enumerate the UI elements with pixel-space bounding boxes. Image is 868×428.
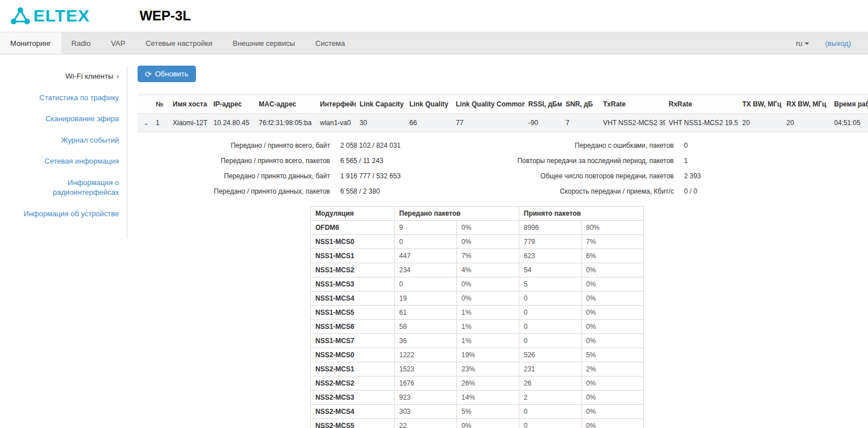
content-area: Wi-Fi клиенты ›Статистика по трафикуСкан… bbox=[0, 54, 868, 428]
column-header: Имя хоста bbox=[169, 95, 210, 114]
modulation-value: 231 bbox=[519, 362, 581, 376]
modulation-name: NSS1-MCS3 bbox=[311, 277, 395, 292]
client-cell: VHT NSS1-MCS2 19.5 bbox=[665, 114, 739, 132]
modulation-table-body: OFDM690%899680%NSS1-MCS000%7797%NSS1-MCS… bbox=[311, 221, 644, 428]
nav-tab-radio[interactable]: Radio bbox=[61, 32, 101, 54]
modulation-value: 0% bbox=[581, 405, 644, 419]
collapse-row-icon[interactable]: ⌄ bbox=[141, 119, 149, 127]
modulation-value: 23% bbox=[457, 362, 519, 376]
stat-label: Повторы передачи за последний период, па… bbox=[426, 157, 674, 165]
modulation-value: 779 bbox=[519, 235, 581, 249]
modulation-row: NSS2-MCS5220%00% bbox=[311, 419, 644, 428]
modulation-value: 0 bbox=[519, 292, 581, 306]
modulation-value: 0% bbox=[457, 419, 519, 428]
modulation-value: 0 bbox=[519, 419, 581, 428]
sidebar-item-event-log[interactable]: Журнал событий bbox=[6, 130, 119, 151]
modulation-row: NSS1-MCS6581%00% bbox=[311, 320, 644, 334]
modulation-value: 0 bbox=[519, 320, 581, 334]
modulation-value: 0 bbox=[395, 277, 457, 292]
nav-tab-monitoring[interactable]: Мониторинг bbox=[0, 32, 61, 54]
client-cell: 20 bbox=[739, 114, 783, 132]
modulation-value: 234 bbox=[395, 263, 457, 277]
modulation-value: 5 bbox=[519, 277, 581, 292]
modulation-value: 0 bbox=[519, 306, 581, 320]
language-selector[interactable]: ru bbox=[796, 39, 810, 48]
modulation-value: 0 bbox=[519, 334, 581, 348]
client-cell: 30 bbox=[356, 114, 406, 132]
nav-tab-external-services[interactable]: Внешние сервисы bbox=[223, 32, 305, 54]
modulation-value: 0% bbox=[457, 235, 519, 249]
stat-value: 0 / 0 bbox=[684, 187, 697, 195]
stat-value: 6 565 / 11 243 bbox=[340, 157, 383, 165]
modulation-value: 1% bbox=[457, 334, 519, 348]
brand-text: ELTEX bbox=[33, 7, 89, 24]
modulation-name: NSS2-MCS3 bbox=[311, 391, 395, 405]
modulation-value: 14% bbox=[457, 391, 519, 405]
modulation-value: 8996 bbox=[519, 221, 581, 235]
refresh-button[interactable]: ⟳Обновить bbox=[138, 66, 196, 82]
modulation-value: 0% bbox=[581, 306, 644, 320]
sidebar-item-device-info[interactable]: Информация об устройстве bbox=[6, 203, 119, 225]
modulation-row: NSS1-MCS5611%00% bbox=[311, 306, 644, 320]
nav-tabs: МониторингRadioVAPСетевые настройкиВнешн… bbox=[0, 32, 355, 54]
nav-tab-network-settings[interactable]: Сетевые настройки bbox=[135, 32, 223, 54]
statistics-right-column: Передано с ошибками, пакетов0Повторы пер… bbox=[426, 142, 701, 203]
modulation-value: 80% bbox=[581, 221, 644, 235]
modulation-value: 0% bbox=[457, 292, 519, 306]
modulation-value: 447 bbox=[395, 249, 457, 263]
main-nav: МониторингRadioVAPСетевые настройкиВнешн… bbox=[0, 32, 868, 54]
sidebar-item-label: Информация об устройстве bbox=[24, 209, 119, 218]
refresh-icon: ⟳ bbox=[145, 70, 152, 78]
modulation-row: NSS2-MCS43035%00% bbox=[311, 405, 644, 419]
stat-label: Передано / принято всего, байт bbox=[138, 142, 330, 149]
stat-row: Передано / принято данных, байт1 916 777… bbox=[138, 172, 426, 180]
page: ELTEX WEP-3L МониторингRadioVAPСетевые н… bbox=[0, 0, 868, 428]
modulation-value: 303 bbox=[395, 405, 457, 419]
client-cell: -90 bbox=[525, 114, 562, 132]
sidebar: Wi-Fi клиенты ›Статистика по трафикуСкан… bbox=[0, 54, 127, 239]
modulation-value: 7% bbox=[581, 235, 644, 249]
stat-row: Передано с ошибками, пакетов0 bbox=[426, 142, 701, 149]
app-header: ELTEX WEP-3L bbox=[0, 0, 868, 32]
modulation-row: NSS1-MCS7361%00% bbox=[311, 334, 644, 348]
column-header: RxRate bbox=[665, 95, 739, 114]
eltex-logo: ELTEX bbox=[8, 5, 89, 27]
modulation-value: 2% bbox=[581, 362, 644, 376]
stat-value: 1 916 777 / 532 653 bbox=[340, 172, 401, 180]
modulation-value: 0% bbox=[457, 221, 519, 235]
nav-tab-system[interactable]: Система bbox=[305, 32, 355, 54]
sidebar-item-network-info[interactable]: Сетевая информация bbox=[6, 151, 119, 172]
stat-value: 6 558 / 2 380 bbox=[340, 187, 380, 195]
modulation-row: NSS1-MCS000%7797% bbox=[311, 235, 644, 249]
client-cell: 66 bbox=[406, 114, 452, 132]
column-header: RX BW, МГц bbox=[783, 95, 831, 114]
sidebar-item-radio-interfaces-info[interactable]: Информация о радиоинтерфейсах bbox=[6, 172, 119, 203]
modulation-table-header: МодуляцияПередано пакетовПринято пакетов bbox=[311, 207, 644, 221]
device-model-title: WEP-3L bbox=[139, 8, 191, 24]
column-header-expand bbox=[138, 95, 152, 114]
column-header: IP-адрес bbox=[210, 95, 255, 114]
client-cell: 04:51:05 bbox=[831, 114, 868, 132]
sidebar-item-wifi-clients[interactable]: Wi-Fi клиенты › bbox=[6, 66, 119, 87]
logout-link[interactable]: (выход) bbox=[825, 39, 851, 48]
nav-tab-vap[interactable]: VAP bbox=[101, 32, 135, 54]
sidebar-item-label: Информация о радиоинтерфейсах bbox=[53, 178, 119, 197]
modulation-value: 1% bbox=[457, 320, 519, 334]
stat-label: Передано / принято данных, пакетов bbox=[138, 187, 330, 195]
client-cell: VHT NSS2-MCS2 39 bbox=[600, 114, 665, 132]
modulation-value: 0% bbox=[581, 277, 644, 292]
sidebar-menu: Wi-Fi клиенты ›Статистика по трафикуСкан… bbox=[0, 66, 127, 239]
modulation-value: 61 bbox=[395, 306, 457, 320]
modulation-name: NSS1-MCS0 bbox=[311, 235, 395, 249]
rx-packets-column-header: Принято пакетов bbox=[519, 207, 644, 221]
clients-table-body: ⌄1Xiaomi-12T10.24.80.4576:f2:31:98:05:ba… bbox=[138, 114, 868, 132]
modulation-value: 2 bbox=[519, 391, 581, 405]
client-cell: 10.24.80.45 bbox=[210, 114, 255, 132]
modulation-name: NSS1-MCS6 bbox=[311, 320, 395, 334]
column-header: Интерфейс bbox=[317, 95, 356, 114]
modulation-name: NSS2-MCS4 bbox=[311, 405, 395, 419]
modulation-value: 19% bbox=[457, 348, 519, 362]
sidebar-item-traffic-statistics[interactable]: Статистика по трафику bbox=[6, 87, 119, 109]
main-content: ⟳Обновить №Имя хостаIP-адресMAC-адресИнт… bbox=[127, 54, 868, 428]
sidebar-item-air-scan[interactable]: Сканирование эфира bbox=[6, 108, 119, 130]
